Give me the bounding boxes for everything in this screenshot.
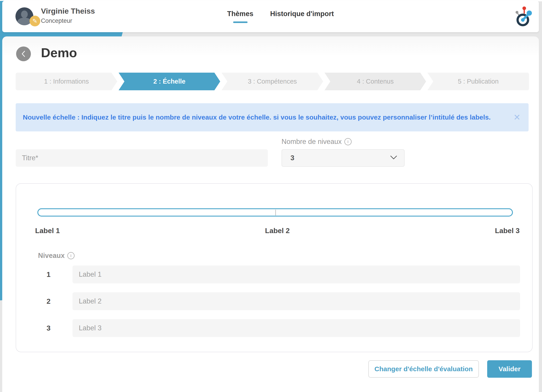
niveau-row-number: 3 (42, 324, 55, 332)
titre-input[interactable] (16, 149, 268, 167)
tab-historique-label: Historique d'import (270, 10, 334, 18)
header-bar: ✎ Virginie Theiss Concepteur Thèmes Hist… (2, 1, 539, 32)
slider-label-3: Label 3 (495, 227, 520, 235)
step-publication[interactable]: 5 : Publication (428, 73, 529, 90)
validate-button[interactable]: Valider (487, 360, 532, 378)
step-contenus[interactable]: 4 : Contenus (325, 73, 426, 90)
avatar-head-shape (21, 11, 28, 18)
niveaux-count-value: 3 (290, 154, 294, 162)
app-root: ✎ Virginie Theiss Concepteur Thèmes Hist… (0, 0, 542, 392)
info-icon[interactable]: i (344, 138, 352, 145)
active-tab-underline (233, 21, 248, 23)
user-name: Virginie Theiss (41, 7, 95, 16)
scale-slider[interactable] (37, 208, 513, 217)
user-role: Concepteur (41, 17, 72, 24)
niveau-1-input[interactable] (72, 265, 520, 283)
niveau-row-number: 2 (42, 297, 55, 306)
slider-labels: Label 1 Label 2 Label 3 (35, 227, 520, 235)
slider-middle-divider (275, 210, 276, 215)
header-tabs: Thèmes Historique d'import (227, 10, 334, 23)
pencil-icon: ✎ (30, 16, 40, 26)
niveaux-count-label-row: Nombre de niveaux i (282, 138, 352, 146)
niveaux-heading-row: Niveaux i (38, 252, 75, 260)
slider-label-1: Label 1 (35, 227, 60, 235)
info-banner-text: Nouvelle échelle : Indiquez le titre pui… (23, 114, 491, 121)
info-banner: Nouvelle échelle : Indiquez le titre pui… (16, 103, 529, 131)
back-button[interactable] (16, 47, 31, 61)
close-icon[interactable]: ✕ (513, 113, 520, 122)
tab-themes-label: Thèmes (227, 10, 253, 18)
wizard-stepper: 1 : Informations 2 : Échelle 3 : Compéte… (16, 73, 529, 90)
step-echelle[interactable]: 2 : Échelle (119, 73, 220, 90)
niveaux-count-label: Nombre de niveaux (282, 138, 342, 146)
tab-historique-import[interactable]: Historique d'import (270, 10, 334, 23)
chevron-left-icon (20, 49, 27, 58)
pencil-glyph: ✎ (33, 18, 37, 25)
app-logo-icon (513, 5, 533, 28)
change-scale-button[interactable]: Changer d'échelle d'évaluation (368, 360, 479, 378)
step-competences[interactable]: 3 : Compétences (222, 73, 323, 90)
niveaux-count-select[interactable]: 3 (282, 149, 405, 167)
niveaux-heading: Niveaux (38, 252, 65, 260)
step-informations[interactable]: 1 : Informations (16, 73, 117, 90)
chevron-down-icon (390, 155, 397, 160)
page-title: Demo (41, 45, 77, 60)
niveau-row-number: 1 (42, 270, 55, 279)
slider-label-2: Label 2 (265, 227, 290, 235)
niveau-3-input[interactable] (72, 319, 520, 337)
scale-card: Label 1 Label 2 Label 3 Niveaux i 1 2 3 (16, 183, 533, 352)
niveau-2-input[interactable] (72, 292, 520, 310)
tab-themes[interactable]: Thèmes (227, 10, 253, 23)
info-icon[interactable]: i (67, 252, 75, 259)
